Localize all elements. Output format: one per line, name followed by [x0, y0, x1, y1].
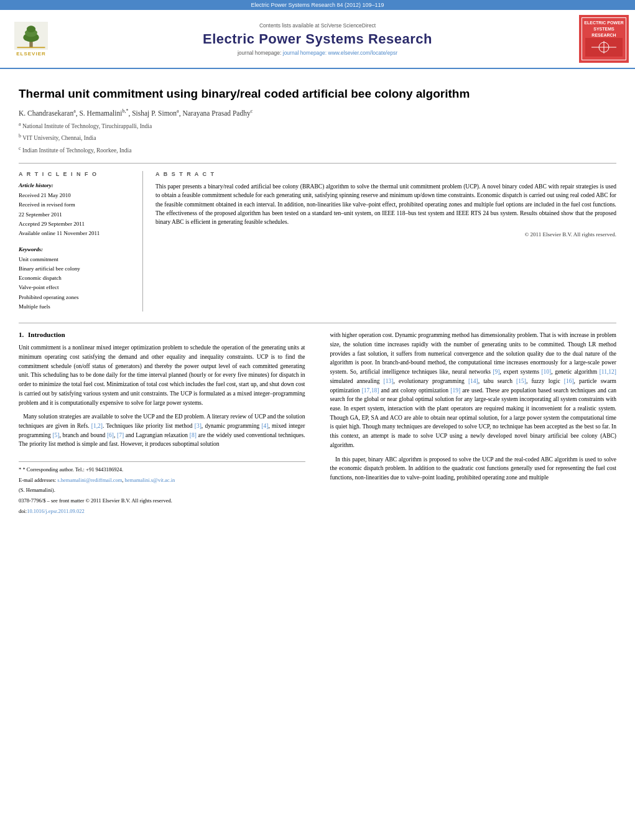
affiliation-c-text: Indian Institute of Technology, Roorkee,…	[22, 147, 132, 154]
journal-center: Contents lists available at SciVerse Sci…	[62, 22, 573, 56]
email-1[interactable]: s.hemamalini@rediffmail.com	[57, 477, 122, 483]
ref-16[interactable]: [16]	[564, 378, 574, 384]
intro-para-2: Many solution strategies are available t…	[19, 412, 305, 449]
article-info-col: A R T I C L E I N F O Article history: R…	[19, 171, 143, 312]
accepted-date: Accepted 29 September 2011	[19, 219, 133, 229]
ref-1-2[interactable]: [1,2]	[91, 423, 103, 429]
article-info-label: A R T I C L E I N F O	[19, 171, 133, 177]
ref-3[interactable]: [3]	[195, 423, 202, 429]
doi-link[interactable]: 10.1016/j.epsr.2011.09.022	[27, 508, 84, 514]
ref-4[interactable]: [4]	[261, 423, 268, 429]
intro-number: 1.	[19, 331, 24, 338]
ref-19[interactable]: [19]	[450, 387, 460, 394]
article-history: Article history: Received 21 May 2010 Re…	[19, 182, 133, 238]
revised-date: 22 September 2011	[19, 210, 133, 219]
keyword-2: Binary artificial bee colony	[19, 264, 133, 274]
ref-9[interactable]: [9]	[493, 369, 499, 375]
ref-14[interactable]: [14]	[468, 378, 478, 384]
intro-para-1: Unit commitment is a nonlinear mixed int…	[19, 343, 305, 407]
ref-11-12[interactable]: [11,12]	[600, 369, 616, 375]
issn-line: 0378-7796/$ – see front matter © 2011 El…	[19, 497, 305, 505]
journal-logo-right: ELECTRIC POWER SYSTEMS RESEARCH	[579, 15, 629, 63]
doi-line: doi:10.1016/j.epsr.2011.09.022	[19, 507, 305, 516]
affiliation-b-text: VIT University, Chennai, India	[22, 136, 96, 142]
homepage-line: journal homepage: journal homepage: www.…	[62, 50, 573, 56]
ref-13[interactable]: [13]	[384, 378, 394, 384]
main-col-right: with higher operation cost. Dynamic prog…	[324, 331, 617, 517]
ref-10[interactable]: [10]	[541, 369, 551, 375]
article-body: Thermal unit commitment using binary/rea…	[0, 69, 635, 530]
email-label: E-mail addresses:	[19, 477, 57, 483]
author-simon: Sishaj P. Simona,	[132, 109, 182, 117]
keywords-title: Keywords:	[19, 246, 133, 252]
received-date: Received 21 May 2010	[19, 191, 133, 200]
journal-logo-box: ELECTRIC POWER SYSTEMS RESEARCH	[579, 15, 629, 63]
right-para-1: with higher operation cost. Dynamic prog…	[330, 331, 617, 450]
intro-label: Introduction	[28, 331, 65, 338]
author-hemamalini: S. Hemamalinib,*,	[79, 109, 132, 117]
journal-issue-info: Electric Power Systems Research 84 (2012…	[251, 2, 384, 8]
keyword-3: Economic dispatch	[19, 274, 133, 283]
elsevier-tree-icon	[12, 22, 50, 50]
ref-6[interactable]: [6]	[107, 432, 114, 438]
homepage-url[interactable]: journal homepage: www.elsevier.com/locat…	[283, 50, 397, 56]
affiliation-c: c Indian Institute of Technology, Roorke…	[19, 145, 616, 155]
email-note: E-mail addresses: s.hemamalini@rediffmai…	[19, 476, 305, 485]
top-bar: Electric Power Systems Research 84 (2012…	[0, 0, 635, 10]
ref-7[interactable]: [7]	[117, 432, 124, 438]
keyword-6: Multiple fuels	[19, 302, 133, 312]
available-date: Available online 11 November 2011	[19, 229, 133, 238]
abstract-label: A B S T R A C T	[155, 171, 616, 177]
svg-point-4	[27, 25, 35, 32]
affiliation-b: b VIT University, Chennai, India	[19, 132, 616, 143]
keywords-section: Keywords: Unit commitment Binary artific…	[19, 246, 133, 312]
ref-5[interactable]: [5]	[52, 432, 59, 438]
abstract-text: This paper presents a binary/real coded …	[155, 182, 616, 226]
revised-label: Received in revised form	[19, 200, 133, 210]
ref-17-18[interactable]: [17,18]	[362, 387, 379, 394]
affiliation-a-text: National Institute of Technology, Tiruch…	[22, 123, 152, 129]
footer-notes: * * Corresponding author. Tel.: +91 9443…	[19, 461, 305, 515]
elsevier-logo: ELSEVIER	[6, 22, 56, 57]
keyword-5: Prohibited operating zones	[19, 293, 133, 302]
sciverse-line: Contents lists available at SciVerse Sci…	[62, 22, 573, 29]
email-2[interactable]: hemamalini.s@vit.ac.in	[125, 477, 175, 483]
ref-15[interactable]: [15]	[516, 378, 526, 384]
ref-8[interactable]: [8]	[190, 432, 197, 438]
logo-graphic-icon	[585, 38, 623, 57]
article-history-title: Article history:	[19, 182, 133, 188]
journal-logo-box-inner: ELECTRIC POWER SYSTEMS RESEARCH	[582, 17, 626, 60]
affiliation-a: a National Institute of Technology, Tiru…	[19, 121, 616, 131]
main-col-left: 1. Introduction Unit commitment is a non…	[19, 331, 312, 517]
keywords-list: Unit commitment Binary artificial bee co…	[19, 255, 133, 312]
copyright-line: © 2011 Elsevier B.V. All rights reserved…	[155, 231, 616, 238]
keyword-1: Unit commitment	[19, 255, 133, 264]
keyword-4: Valve-point effect	[19, 283, 133, 292]
journal-title: Electric Power Systems Research	[62, 31, 573, 47]
authors: K. Chandrasekarana, S. Hemamalinib,*, Si…	[19, 108, 616, 117]
author-chandrasekaran: K. Chandrasekarana,	[19, 109, 79, 117]
intro-heading: 1. Introduction	[19, 331, 305, 338]
abstract-col: A B S T R A C T This paper presents a bi…	[155, 171, 616, 312]
name-note: (S. Hemamalini).	[19, 486, 305, 495]
article-info-abstract-section: A R T I C L E I N F O Article history: R…	[19, 163, 616, 312]
logo-text: ELECTRIC POWER SYSTEMS RESEARCH	[584, 20, 624, 38]
article-title: Thermal unit commitment using binary/rea…	[19, 86, 616, 102]
journal-header: ELSEVIER Contents lists available at Sci…	[0, 10, 635, 69]
author-padhy: Narayana Prasad Padhyc	[182, 109, 253, 117]
affiliations: a National Institute of Technology, Tiru…	[19, 121, 616, 155]
elsevier-text: ELSEVIER	[16, 51, 46, 57]
right-para-2: In this paper, binary ABC algorithm is p…	[330, 455, 617, 482]
article-history-rows: Received 21 May 2010 Received in revised…	[19, 191, 133, 238]
star-note: * * Corresponding author. Tel.: +91 9443…	[19, 466, 305, 474]
main-content: 1. Introduction Unit commitment is a non…	[19, 323, 616, 517]
